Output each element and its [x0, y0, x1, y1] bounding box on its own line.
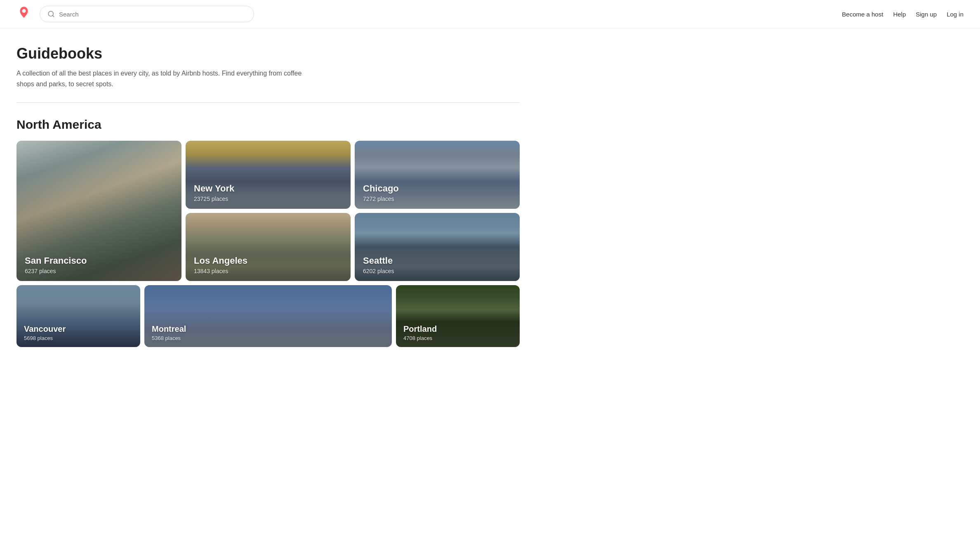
- city-card-montreal[interactable]: Montreal 5368 places: [144, 285, 392, 347]
- city-card-portland[interactable]: Portland 4708 places: [396, 285, 520, 347]
- search-bar[interactable]: [40, 6, 254, 22]
- city-name-portland: Portland: [403, 324, 437, 334]
- login-link[interactable]: Log in: [947, 11, 964, 18]
- city-info-portland: Portland 4708 places: [396, 319, 444, 347]
- city-grid-main: San Francisco 6237 places New York 23725…: [16, 141, 520, 281]
- city-info-sf: San Francisco 6237 places: [16, 249, 95, 281]
- city-card-chicago[interactable]: Chicago 7272 places: [355, 141, 520, 209]
- main-content: Guidebooks A collection of all the best …: [0, 28, 536, 347]
- svg-line-1: [52, 15, 54, 17]
- search-input[interactable]: [59, 11, 246, 18]
- page-description: A collection of all the best places in e…: [16, 68, 305, 89]
- section-title-north-america: North America: [16, 118, 520, 132]
- become-host-link[interactable]: Become a host: [842, 11, 883, 18]
- city-card-san-francisco[interactable]: San Francisco 6237 places: [16, 141, 181, 281]
- city-card-seattle[interactable]: Seattle 6202 places: [355, 213, 520, 281]
- city-info-vancouver: Vancouver 5698 places: [16, 319, 73, 347]
- header-nav: Become a host Help Sign up Log in: [842, 11, 964, 18]
- city-name-vancouver: Vancouver: [24, 324, 66, 334]
- city-name-sf: San Francisco: [25, 255, 87, 266]
- city-info-ny: New York 23725 places: [186, 177, 243, 209]
- city-info-montreal: Montreal 5368 places: [144, 319, 193, 347]
- page-title: Guidebooks: [16, 45, 520, 62]
- section-divider: [16, 102, 520, 103]
- city-places-ny: 23725 places: [194, 196, 234, 202]
- city-card-vancouver[interactable]: Vancouver 5698 places: [16, 285, 140, 347]
- city-name-ny: New York: [194, 183, 234, 194]
- city-places-vancouver: 5698 places: [24, 335, 66, 341]
- header-left: [16, 6, 254, 22]
- north-america-section: North America San Francisco 6237 places …: [16, 118, 520, 347]
- city-card-new-york[interactable]: New York 23725 places: [186, 141, 351, 209]
- city-grid-bottom: Vancouver 5698 places Montreal 5368 plac…: [16, 285, 520, 347]
- city-name-montreal: Montreal: [152, 324, 186, 334]
- city-name-seattle: Seattle: [363, 255, 394, 266]
- search-icon: [47, 10, 55, 18]
- help-link[interactable]: Help: [893, 11, 906, 18]
- airbnb-logo[interactable]: [16, 6, 31, 22]
- city-places-la: 13843 places: [194, 268, 247, 274]
- city-places-sf: 6237 places: [25, 268, 87, 274]
- header: Become a host Help Sign up Log in: [0, 0, 980, 28]
- city-info-seattle: Seattle 6202 places: [355, 249, 403, 281]
- city-places-chicago: 7272 places: [363, 196, 399, 202]
- city-places-portland: 4708 places: [403, 335, 437, 341]
- city-places-montreal: 5368 places: [152, 335, 186, 341]
- city-info-chicago: Chicago 7272 places: [355, 177, 407, 209]
- city-name-la: Los Angeles: [194, 255, 247, 266]
- city-name-chicago: Chicago: [363, 183, 399, 194]
- city-places-seattle: 6202 places: [363, 268, 394, 274]
- signup-link[interactable]: Sign up: [916, 11, 937, 18]
- city-card-los-angeles[interactable]: Los Angeles 13843 places: [186, 213, 351, 281]
- city-info-la: Los Angeles 13843 places: [186, 249, 256, 281]
